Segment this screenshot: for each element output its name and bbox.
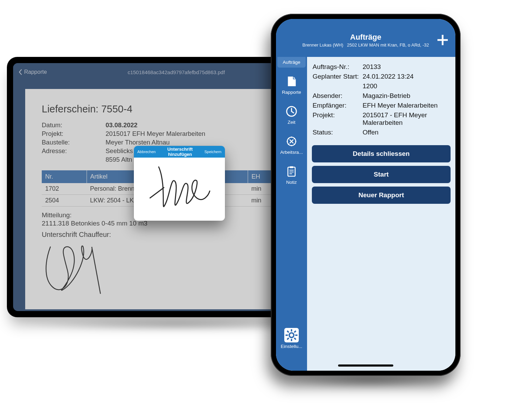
- wrench-icon: [284, 134, 299, 148]
- detail-row: Auftrags-Nr.:20133: [313, 63, 450, 71]
- signature-canvas[interactable]: [134, 158, 225, 221]
- order-detail-card: Auftrags-Nr.:20133 Geplanter Start:24.01…: [307, 57, 455, 142]
- detail-row: Status:Offen: [313, 129, 450, 136]
- detail-row: Empfänger:EFH Meyer Malerarbeiten: [313, 102, 450, 109]
- back-label: Rapporte: [24, 69, 47, 75]
- nav-label: Einstellu...: [281, 344, 302, 349]
- detail-value: 24.01.2022 13:24: [363, 73, 450, 80]
- detail-value: 1200: [363, 82, 450, 90]
- detail-key: Geplanter Start:: [313, 73, 363, 80]
- projekt-label: Projekt:: [42, 130, 106, 138]
- add-button[interactable]: [436, 33, 449, 47]
- back-button[interactable]: Rapporte: [19, 69, 47, 75]
- th-nr: Nr.: [42, 170, 87, 183]
- phone-sidebar: Aufträge Rapporte Zeit: [276, 19, 307, 371]
- detail-value: Magazin-Betrieb: [363, 92, 450, 100]
- close-details-button[interactable]: Details schliessen: [312, 145, 451, 162]
- popup-title: Unterschrift hinzufügen: [156, 147, 204, 157]
- home-indicator[interactable]: [338, 364, 393, 367]
- clock-icon: [284, 104, 299, 118]
- svg-point-7: [289, 333, 294, 337]
- projekt-value: 2015017 EFH Meyer Malerarbeiten: [106, 130, 205, 138]
- popup-toolbar: Abbrechen Unterschrift hinzufügen Speich…: [134, 146, 225, 158]
- baustelle-label: Baustelle:: [42, 138, 106, 147]
- header-subtitle: Brenner Lukas (WH) 2502 LKW MAN mit Kran…: [276, 42, 455, 48]
- nav-rapporte[interactable]: Rapporte: [277, 72, 306, 98]
- popup-save-button[interactable]: Speichern: [204, 150, 221, 154]
- cell-nr: 2504: [42, 194, 87, 206]
- document-icon: [284, 74, 299, 88]
- header-title: Aufträge: [276, 33, 455, 42]
- svg-rect-6: [290, 166, 294, 168]
- detail-row: Geplanter Start:24.01.2022 13:24: [313, 73, 450, 80]
- nav-label: Notiz: [286, 180, 297, 185]
- header-vehicle: 2502 LKW MAN mit Kran, FB, o ARd, -32: [347, 42, 429, 48]
- detail-value: EFH Meyer Malerarbeiten: [363, 102, 450, 109]
- adresse-line2: 8595 Altn: [106, 156, 132, 164]
- phone-header: Aufträge Brenner Lukas (WH) 2502 LKW MAN…: [276, 19, 455, 57]
- detail-row: 1200: [313, 82, 450, 90]
- detail-value: 2015017 - EFH Meyer Malerarbeiten: [363, 111, 450, 127]
- pdf-filename: c15018468ac342ad9797afefbd75d863.pdf: [47, 69, 306, 75]
- nav-label: Arbeitsra...: [280, 150, 303, 155]
- adresse-label: Adresse:: [42, 147, 106, 156]
- detail-key: Absender:: [313, 92, 363, 100]
- phone-device: Aufträge Brenner Lukas (WH) 2502 LKW MAN…: [271, 14, 461, 376]
- detail-row: Projekt:2015017 - EFH Meyer Malerarbeite…: [313, 111, 450, 127]
- nav-notiz[interactable]: Notiz: [277, 162, 306, 188]
- cell-nr: 1702: [42, 183, 87, 195]
- nav-label: Rapporte: [282, 90, 301, 95]
- start-button[interactable]: Start: [312, 166, 451, 183]
- gear-icon: [284, 328, 299, 342]
- detail-key: Status:: [313, 129, 363, 136]
- datum-value: 03.08.2022: [106, 121, 138, 130]
- nav-label: Aufträge: [283, 60, 300, 65]
- datum-label: Datum:: [42, 121, 106, 130]
- nav-einstellungen[interactable]: Einstellu...: [277, 326, 306, 352]
- detail-key: [313, 82, 363, 90]
- detail-key: Projekt:: [313, 111, 363, 127]
- nav-arbeitsrapport[interactable]: Arbeitsra...: [277, 132, 306, 158]
- adresse-line1: Seeblicks: [106, 147, 133, 156]
- signature-drawing: [42, 240, 107, 299]
- clipboard-icon: [284, 164, 299, 178]
- plus-icon: [437, 35, 448, 45]
- header-user: Brenner Lukas (WH): [302, 42, 343, 48]
- phone-main: Auftrags-Nr.:20133 Geplanter Start:24.01…: [307, 57, 455, 371]
- popup-signature-drawing: [145, 163, 214, 215]
- nav-label: Zeit: [288, 120, 296, 125]
- phone-screen: Aufträge Brenner Lukas (WH) 2502 LKW MAN…: [276, 19, 455, 371]
- new-report-button[interactable]: Neuer Rapport: [312, 187, 451, 204]
- signature-popup: Abbrechen Unterschrift hinzufügen Speich…: [134, 146, 225, 221]
- popup-cancel-button[interactable]: Abbrechen: [137, 150, 156, 154]
- detail-key: Auftrags-Nr.:: [313, 63, 363, 71]
- detail-value: 20133: [363, 63, 450, 71]
- detail-row: Absender:Magazin-Betrieb: [313, 92, 450, 100]
- detail-value: Offen: [363, 129, 450, 136]
- detail-key: Empfänger:: [313, 102, 363, 109]
- chevron-left-icon: [19, 69, 22, 75]
- nav-zeit[interactable]: Zeit: [277, 102, 306, 128]
